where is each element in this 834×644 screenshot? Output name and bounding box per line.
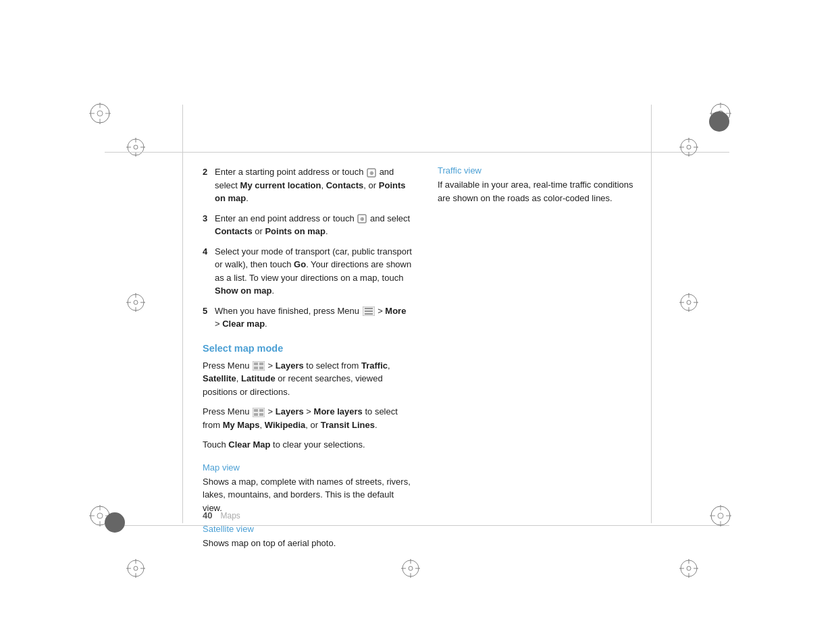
step-list: 2 Enter a starting point address or touc… <box>203 165 412 331</box>
svg-point-49 <box>718 513 723 518</box>
map-view-body: Shows a map, complete with names of stre… <box>203 475 412 515</box>
page-number: 40 <box>203 510 212 520</box>
step-5: 5 When you have finished, press Menu > M… <box>203 304 412 331</box>
step-2: 2 Enter a starting point address or touc… <box>203 165 412 205</box>
svg-rect-82 <box>254 413 258 416</box>
step-4-num: 4 <box>203 245 215 298</box>
satellite-view-heading: Satellite view <box>203 524 412 534</box>
svg-point-25 <box>134 300 138 304</box>
svg-point-37 <box>97 513 103 518</box>
svg-rect-76 <box>259 363 263 365</box>
svg-text:⊕: ⊕ <box>360 216 365 222</box>
svg-point-43 <box>134 566 138 570</box>
svg-rect-81 <box>259 409 263 412</box>
svg-rect-75 <box>254 363 258 365</box>
svg-point-61 <box>409 566 413 570</box>
step-5-num: 5 <box>203 304 215 331</box>
svg-point-19 <box>687 145 691 149</box>
step-2-text: Enter a starting point address or touch … <box>215 165 412 205</box>
step-3-text: Enter an end point address or touch ⊕ an… <box>215 212 412 238</box>
svg-text:⊕: ⊕ <box>369 170 374 176</box>
step-4-text: Select your mode of transport (car, publ… <box>215 245 412 298</box>
step-5-text: When you have finished, press Menu > Mor… <box>215 304 412 331</box>
select-map-mode-para3: Touch Clear Map to clear your selections… <box>203 438 412 452</box>
map-view-heading: Map view <box>203 462 412 473</box>
svg-rect-78 <box>259 367 263 369</box>
main-text-column: 2 Enter a starting point address or touc… <box>203 165 412 560</box>
page-section-label: Maps <box>220 511 240 520</box>
svg-rect-77 <box>254 367 258 369</box>
select-map-mode-heading: Select map mode <box>203 343 412 354</box>
step-4: 4 Select your mode of transport (car, pu… <box>203 245 412 298</box>
step-3-num: 3 <box>203 212 215 238</box>
page-footer: 40 Maps <box>203 510 240 520</box>
select-map-mode-para1: Press Menu > Layers to select from Traff… <box>203 359 412 399</box>
step-3: 3 Enter an end point address or touch ⊕ … <box>203 212 412 238</box>
svg-rect-83 <box>259 413 263 416</box>
right-text-column: Traffic view If available in your area, … <box>438 165 647 205</box>
traffic-view-heading: Traffic view <box>438 165 647 176</box>
svg-point-31 <box>687 300 691 304</box>
svg-rect-80 <box>254 409 258 412</box>
satellite-view-body: Shows map on top of aerial photo. <box>203 537 412 550</box>
step-2-num: 2 <box>203 165 215 205</box>
select-map-mode-para2: Press Menu > Layers > More layers to sel… <box>203 405 412 431</box>
svg-point-7 <box>134 145 138 149</box>
svg-point-1 <box>97 111 103 116</box>
traffic-view-body: If available in your area, real-time tra… <box>438 178 647 205</box>
svg-point-55 <box>687 566 691 570</box>
